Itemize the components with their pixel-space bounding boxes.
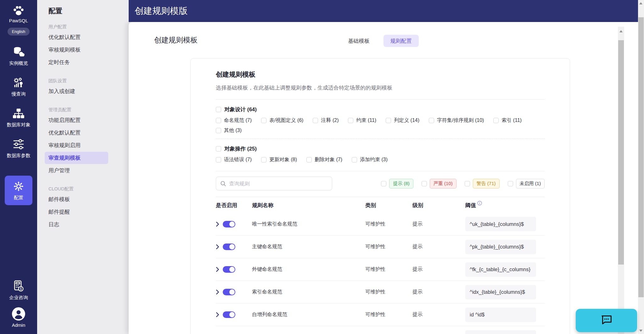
category-filter-item[interactable]: 命名规范 (7) [216, 117, 252, 124]
severity-checkbox[interactable] [508, 181, 513, 186]
threshold-input[interactable] [465, 240, 536, 254]
threshold-input[interactable] [465, 330, 536, 334]
search-box[interactable] [216, 177, 332, 190]
window-scrollbar-thumb[interactable] [638, 17, 644, 297]
severity-filter-item[interactable]: 未启用 (1) [508, 179, 545, 189]
category-checkbox[interactable] [493, 118, 499, 123]
threshold-input[interactable] [465, 285, 536, 299]
column-header-level: 级别 [412, 201, 465, 210]
category-checkbox[interactable] [386, 118, 391, 123]
rule-row: 表/视图名已存在 正确性 严重 [216, 326, 545, 334]
config-sidebar-title: 配置 [48, 6, 129, 16]
menu-item[interactable]: 邮件提醒 [45, 206, 108, 218]
group-checkbox[interactable] [216, 107, 221, 112]
menu-item[interactable]: 优化默认配置 [45, 127, 108, 139]
category-filter-item[interactable]: 表/视图定义 (6) [261, 117, 303, 124]
category-filter-item[interactable]: 约束 (11) [348, 117, 376, 124]
content-scrollbar-thumb[interactable] [618, 40, 624, 265]
sidebar-item-enterprise[interactable]: $ 企业咨询 [0, 279, 37, 302]
category-checkbox[interactable] [216, 118, 221, 123]
rule-enable-toggle[interactable] [223, 289, 235, 295]
threshold-input[interactable] [465, 308, 536, 322]
severity-checkbox[interactable] [465, 181, 470, 186]
search-input[interactable] [229, 181, 328, 187]
severity-badge: 警告 (71) [473, 179, 500, 189]
sidebar-item-db-objects[interactable]: 数据库对象 [0, 105, 37, 130]
database-cloud-icon [12, 46, 25, 58]
category-filter-item[interactable]: 字符集/排序规则 (10) [429, 117, 484, 124]
category-filter-item[interactable]: 列定义 (14) [386, 117, 419, 124]
category-checkbox[interactable] [261, 157, 266, 162]
rule-name: 唯一性索引命名规范 [252, 221, 365, 227]
category-filter-item[interactable]: 更新对象 (8) [261, 156, 297, 163]
tab-base-template[interactable]: 基础模板 [348, 35, 370, 47]
menu-item[interactable]: 邮件模板 [45, 193, 108, 205]
threshold-input[interactable] [465, 217, 536, 231]
window-scroll-down-button[interactable] [639, 330, 642, 332]
rule-enable-toggle[interactable] [223, 266, 235, 273]
sidebar-item-settings[interactable]: 配置 [5, 176, 32, 205]
category-checkbox[interactable] [216, 157, 221, 162]
rule-enable-toggle[interactable] [223, 311, 235, 318]
menu-item[interactable]: 审核规则启用 [45, 139, 108, 151]
column-header-threshold: 阈值 [465, 201, 545, 210]
menu-item[interactable]: 功能启用配置 [45, 114, 108, 126]
category-checkbox[interactable] [429, 118, 434, 123]
group-checkbox[interactable] [216, 146, 221, 151]
severity-filter-item[interactable]: 警告 (71) [465, 179, 500, 189]
category-checkbox[interactable] [352, 157, 357, 162]
category-checkbox[interactable] [348, 118, 353, 123]
window-scroll-up-button[interactable] [639, 2, 642, 4]
menu-item[interactable]: 审查规则模板 [45, 152, 108, 164]
category-checkbox[interactable] [261, 118, 266, 123]
window-scrollbar [638, 0, 644, 334]
severity-filter-item[interactable]: 严重 (10) [422, 179, 456, 189]
threshold-input[interactable] [465, 262, 536, 277]
chat-icon [600, 315, 613, 326]
rule-level: 提示 [412, 289, 465, 295]
category-checkbox[interactable] [313, 118, 318, 123]
category-filter-item[interactable]: 索引 (11) [493, 117, 522, 124]
menu-item[interactable]: 审核规则模板 [45, 44, 108, 56]
expand-chevron-icon[interactable] [216, 289, 219, 295]
category-checkbox[interactable] [306, 157, 312, 162]
expand-chevron-icon[interactable] [216, 312, 219, 317]
language-toggle[interactable]: English [8, 28, 30, 36]
severity-badge: 未启用 (1) [516, 179, 545, 189]
category-filter-item[interactable]: 其他 (3) [216, 127, 242, 134]
expand-chevron-icon[interactable] [216, 267, 219, 272]
category-filter-item[interactable]: 注释 (2) [313, 117, 339, 124]
sidebar-item-instances[interactable]: 实例概览 [0, 43, 37, 69]
rule-enable-toggle[interactable] [223, 221, 235, 227]
category-checkbox[interactable] [216, 128, 221, 133]
rule-template-card: 创建规则模板 选择基础模板，在此基础上调整规则参数，生成适合特定场景的的规则模板… [190, 58, 570, 334]
category-filter-item[interactable]: 添加约束 (3) [352, 156, 388, 163]
rule-name: 主键命名规范 [252, 244, 365, 250]
content-scroll-up-button[interactable] [618, 27, 624, 36]
category-label: 表/视图定义 (6) [269, 117, 303, 124]
menu-item[interactable]: 加入或创建 [45, 85, 108, 97]
expand-chevron-icon[interactable] [216, 222, 219, 227]
severity-filter-item[interactable]: 提示 (8) [381, 179, 413, 189]
menu-item[interactable]: 日志 [45, 218, 108, 231]
severity-checkbox[interactable] [381, 181, 386, 186]
chat-button[interactable] [576, 309, 637, 332]
menu-item[interactable]: 定时任务 [45, 56, 108, 68]
user-icon [12, 308, 25, 320]
config-menu: 用户配置 优化默认配置审核规则模板定时任务 团队设置 加入或创建 管理员配置 功… [48, 24, 129, 231]
rule-enable-toggle[interactable] [223, 244, 235, 250]
column-header-enabled: 是否启用 [216, 201, 238, 210]
menu-item[interactable]: 优化默认配置 [45, 31, 108, 43]
sidebar-item-slow-query[interactable]: 慢查询 [0, 74, 37, 100]
sidebar-item-admin[interactable]: Admin [0, 306, 37, 329]
category-filter-item[interactable]: 语法错误 (7) [216, 156, 252, 163]
rule-row: 主键命名规范 可维护性 提示 [216, 235, 545, 258]
sidebar-item-db-params[interactable]: 数据库参数 [0, 135, 37, 161]
category-filter-item[interactable]: 删除对象 (7) [306, 156, 342, 163]
tab-rule-config[interactable]: 规则配置 [384, 35, 419, 47]
severity-checkbox[interactable] [422, 181, 427, 186]
category-label: 其他 (3) [224, 127, 242, 134]
info-icon[interactable] [477, 201, 482, 205]
menu-item[interactable]: 用户管理 [45, 164, 108, 177]
expand-chevron-icon[interactable] [216, 244, 219, 249]
